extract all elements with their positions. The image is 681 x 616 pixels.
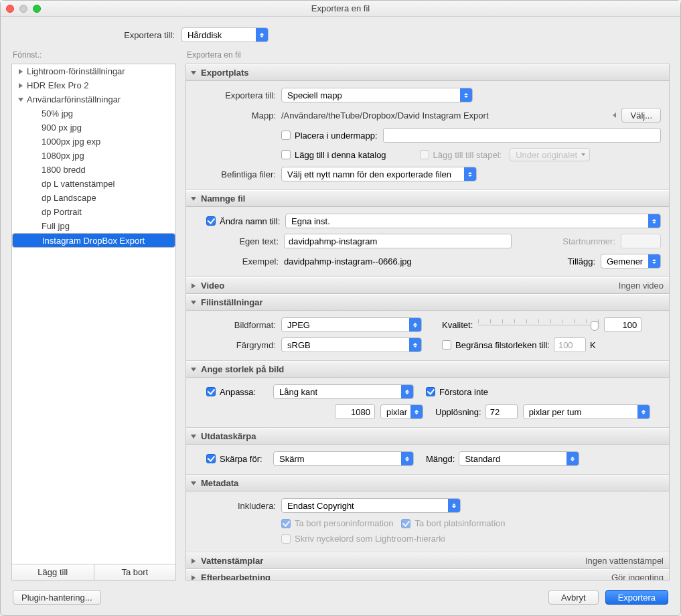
choose-folder-button[interactable]: Välj... (621, 108, 661, 123)
resolution-unit-select[interactable]: pixlar per tum (523, 404, 650, 419)
window-controls (6, 5, 41, 13)
keyword-hierarchy-checkbox (281, 534, 291, 544)
chevron-down-icon (18, 98, 23, 102)
minimize-icon (19, 5, 27, 13)
add-preset-button[interactable]: Lägg till (12, 564, 94, 580)
sharpen-amount-select[interactable]: Standard (459, 451, 579, 466)
subfolder-label: Placera i undermapp: (295, 131, 378, 141)
chevron-updown-icon (448, 499, 460, 512)
preset-group[interactable]: Användarförinställningar (12, 92, 175, 106)
remove-location-label: Ta bort platsinformation (414, 518, 505, 528)
resolution-label: Upplösning: (435, 407, 481, 417)
add-catalog-checkbox[interactable] (281, 150, 291, 159)
quality-slider[interactable] (478, 318, 599, 331)
preset-item[interactable]: 1000px jpg exp (12, 135, 175, 149)
section-postprocess[interactable]: EfterbearbetningGör ingenting (186, 569, 669, 581)
quality-input[interactable] (604, 317, 641, 332)
chevron-right-icon (19, 69, 23, 74)
dimension-unit-select[interactable]: pixlar (380, 404, 423, 419)
stack-position-select: Under originalet (510, 148, 590, 161)
existing-files-select[interactable]: Välj ett nytt namn för den exporterade f… (281, 167, 477, 181)
custom-text-input[interactable] (284, 234, 512, 248)
section-watermark[interactable]: VattenstämplarIngen vattenstämpel (186, 552, 669, 569)
chevron-right-icon (192, 558, 196, 564)
resize-checkbox[interactable] (206, 387, 216, 396)
export-to-label: Exportera till: (14, 30, 181, 40)
resize-label: Anpassa: (220, 387, 273, 397)
zoom-icon[interactable] (33, 5, 41, 13)
section-metadata[interactable]: Metadata (186, 475, 669, 491)
chevron-updown-icon (401, 452, 413, 465)
preset-item[interactable]: dp Portrait (12, 205, 175, 219)
limit-filesize-label: Begränsa filstorleken till: (455, 340, 550, 350)
chevron-updown-icon (648, 214, 660, 228)
preset-item[interactable]: Full jpg (12, 219, 175, 233)
export-folder-select[interactable]: Speciell mapp (281, 88, 473, 102)
preset-group[interactable]: Lightroom-förinställningar (12, 64, 175, 78)
remove-person-label: Ta bort personinformation (295, 518, 393, 528)
no-enlarge-label: Förstora inte (439, 387, 488, 397)
chevron-down-icon (191, 435, 196, 439)
sharpen-amount-label: Mängd: (426, 454, 455, 464)
chevron-updown-icon (401, 385, 413, 398)
preset-item-selected[interactable]: Instagram DropBox Export (12, 233, 175, 248)
add-stack-checkbox (420, 150, 429, 159)
chevron-right-icon (192, 283, 196, 289)
sharpen-checkbox[interactable] (206, 454, 216, 463)
limit-filesize-checkbox[interactable] (442, 340, 451, 350)
subfolder-checkbox[interactable] (281, 131, 291, 140)
remove-preset-button[interactable]: Ta bort (94, 564, 176, 580)
presets-column: Förinst.: Lightroom-förinställningar HDR… (11, 49, 176, 581)
export-button[interactable]: Exportera (605, 590, 668, 605)
custom-text-label: Egen text: (194, 236, 284, 246)
chevron-right-icon (19, 83, 23, 88)
limit-filesize-input (554, 337, 586, 352)
preset-group[interactable]: HDR Efex Pro 2 (12, 78, 175, 92)
section-naming[interactable]: Namnge fil (186, 190, 669, 207)
presets-tree[interactable]: Lightroom-förinställningar HDR Efex Pro … (11, 64, 176, 564)
titlebar: Exportera en fil (1, 1, 680, 17)
plugin-manager-button[interactable]: Plugin-hantering... (13, 590, 101, 605)
chevron-left-icon[interactable] (613, 112, 616, 118)
export-to-label: Exportera till: (194, 90, 281, 100)
rename-checkbox[interactable] (206, 216, 216, 226)
cancel-button[interactable]: Avbryt (548, 590, 599, 605)
preset-item[interactable]: dp L vattenstämpel (12, 177, 175, 191)
preset-item[interactable]: 1080px jpg (12, 149, 175, 163)
rename-label: Ändra namn till: (220, 216, 285, 226)
preset-item[interactable]: 900 px jpg (12, 121, 175, 135)
section-file-settings[interactable]: Filinställningar (186, 294, 669, 311)
resolution-input[interactable] (485, 404, 518, 419)
section-export-location[interactable]: Exportplats (186, 64, 669, 81)
chevron-updown-icon (566, 452, 579, 465)
remove-person-checkbox (281, 519, 291, 528)
section-image-sizing[interactable]: Ange storlek på bild (186, 361, 669, 378)
no-enlarge-checkbox[interactable] (426, 387, 435, 396)
extension-case-select[interactable]: Gemener (601, 254, 661, 268)
dialog-footer: Plugin-hantering... Avbryt Exportera (1, 581, 680, 615)
image-format-select[interactable]: JPEG (281, 317, 422, 332)
preset-item[interactable]: dp Landscape (12, 191, 175, 205)
section-video[interactable]: VideoIngen video (186, 277, 669, 294)
sharpen-for-select[interactable]: Skärm (273, 451, 414, 466)
resize-mode-select[interactable]: Lång kant (273, 384, 414, 399)
image-format-label: Bildformat: (194, 320, 281, 330)
dimension-input[interactable] (335, 404, 375, 419)
preset-item[interactable]: 1800 bredd (12, 163, 175, 177)
chevron-updown-icon (409, 338, 421, 352)
start-number-label: Startnummer: (562, 236, 615, 246)
sharpen-label: Skärpa för: (220, 454, 273, 464)
colorspace-label: Färgrymd: (194, 340, 281, 350)
rename-template-select[interactable]: Egna inst. (285, 214, 661, 228)
metadata-include-select[interactable]: Endast Copyright (281, 498, 461, 513)
export-to-select[interactable]: Hårddisk (181, 27, 269, 42)
close-icon[interactable] (6, 5, 14, 13)
folder-path: /Användare/theTube/Dropbox/David Instagr… (281, 110, 489, 121)
section-sharpening[interactable]: Utdataskärpa (186, 428, 669, 445)
settings-panel: Exportplats Exportera till: Speciell map… (185, 64, 670, 581)
chevron-updown-icon (464, 167, 476, 181)
preset-item[interactable]: 50% jpg (12, 106, 175, 121)
chevron-down-icon (191, 481, 196, 485)
colorspace-select[interactable]: sRGB (281, 337, 422, 352)
subfolder-input[interactable] (383, 128, 661, 143)
